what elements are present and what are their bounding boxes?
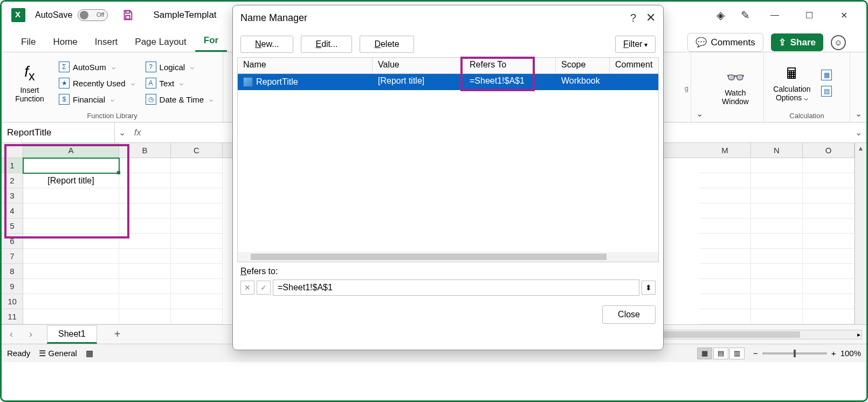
copilot-icon[interactable]: ◈ [714,9,726,21]
comments-button[interactable]: 💬 Comments [687,33,763,52]
row-header-10[interactable]: 10 [2,294,23,309]
status-macro-icon[interactable]: ▦ [86,349,93,358]
autosave-toggle[interactable]: Off [78,9,108,21]
status-ready: Ready [7,349,30,358]
zoom-control[interactable]: − + 100% [753,349,861,358]
calculation-options-button[interactable]: 🖩 Calculation Options ⌵ [770,56,814,111]
ai-icon[interactable]: ✎ [739,9,751,21]
cell-B1[interactable] [119,158,171,173]
col-header-O[interactable]: O [803,143,855,158]
zoom-slider[interactable] [762,352,827,355]
cell-A1[interactable] [23,158,119,173]
row-header-9[interactable]: 9 [2,279,23,294]
tab-insert[interactable]: Insert [86,32,127,52]
view-page-layout-button[interactable]: ▤ [713,348,728,359]
cancel-edit-button[interactable]: ✕ [240,281,254,295]
col-header-N[interactable]: N [751,143,803,158]
confirm-edit-button[interactable]: ✓ [257,281,271,295]
name-row-reporttitle[interactable]: ReportTitle [Report title] =Sheet1!$A$1 … [238,74,658,90]
insert-function-button[interactable]: fx Insert Function [8,56,51,111]
function-library-label: Function Library [8,111,216,121]
new-name-button[interactable]: New... [240,36,293,53]
row-header-8[interactable]: 8 [2,264,23,279]
name-box-dropdown[interactable]: ⌄ [115,127,129,138]
text-button[interactable]: AText [142,77,217,90]
calculator-icon: 🖩 [784,65,800,83]
col-header-M[interactable]: M [699,143,751,158]
row-header-1[interactable]: 1 [2,158,23,173]
add-sheet-button[interactable]: + [114,328,121,340]
minimize-button[interactable]: — [764,4,786,26]
svg-rect-0 [126,11,130,13]
share-button[interactable]: ⇪ Share [771,33,823,51]
fx-button[interactable]: fx [129,128,146,138]
col-header-refers[interactable]: Refers To [464,58,556,73]
row-header-4[interactable]: 4 [2,203,23,219]
zoom-out-button[interactable]: − [753,349,758,358]
names-list: Name Value Refers To Scope Comment Repor… [237,57,659,262]
sheet-tab-sheet1[interactable]: Sheet1 [47,325,97,344]
view-normal-button[interactable]: ▦ [697,348,712,359]
refers-to-input[interactable] [273,280,639,296]
view-page-break-button[interactable]: ▥ [729,348,745,359]
close-window-button[interactable]: ✕ [833,4,855,26]
row-header-3[interactable]: 3 [2,188,23,203]
dialog-close-x[interactable]: ✕ [646,11,656,25]
row-header-2[interactable]: 2 [2,173,23,188]
collapse-dialog-button[interactable]: ⬍ [642,281,656,295]
row-header-7[interactable]: 7 [2,249,23,264]
formula-bar-expand[interactable]: ⌄ [850,127,866,138]
cell-A2[interactable]: [Report title] [23,173,119,188]
logical-button[interactable]: ?Logical [142,60,217,73]
col-header-C[interactable]: C [171,143,223,158]
excel-app-icon [11,8,25,22]
col-header-name[interactable]: Name [238,58,373,73]
status-general: ☰ General [39,349,77,358]
edit-name-button[interactable]: Edit... [301,36,352,53]
sheet-nav-prev[interactable]: ‹ [2,329,21,340]
ribbon-options-1[interactable]: ⌄ [691,52,707,122]
col-header-B[interactable]: B [119,143,171,158]
save-icon[interactable] [122,9,134,21]
select-all-corner[interactable] [2,143,23,158]
close-button[interactable]: Close [602,305,656,324]
financial-button[interactable]: $Financial [56,93,138,106]
recently-used-button[interactable]: ★Recently Used [56,77,138,90]
dialog-horizontal-scrollbar[interactable] [238,252,658,262]
col-header-scope[interactable]: Scope [556,58,610,73]
refers-to-label: Refers to: [240,267,656,276]
row-header-11[interactable]: 11 [2,309,23,324]
name-box[interactable] [2,122,115,142]
row-header-5[interactable]: 5 [2,219,23,234]
zoom-in-button[interactable]: + [831,349,836,358]
financial-icon: $ [59,94,70,105]
tab-file[interactable]: File [12,32,44,52]
tab-home[interactable]: Home [44,32,86,52]
dialog-help-button[interactable]: ? [630,12,636,24]
sheet-nav-next[interactable]: › [21,329,40,340]
row-header-6[interactable]: 6 [2,234,23,249]
calc-now-button[interactable]: ▦ [818,69,835,81]
autosum-button[interactable]: ΣAutoSum [56,60,138,73]
watch-window-button[interactable]: 👓 Watch Window [714,56,757,119]
calc-sheet-icon: ▤ [821,86,832,97]
filter-button[interactable]: Filter [615,36,656,53]
feedback-icon[interactable]: ☺ [831,35,846,50]
autosave-label: AutoSave [35,10,72,20]
date-time-button[interactable]: ◷Date & Time [142,93,217,106]
zoom-level[interactable]: 100% [841,349,861,358]
col-header-comment[interactable]: Comment [610,58,658,73]
vertical-scrollbar[interactable]: ▲ [855,143,866,324]
comment-icon: 💬 [695,37,707,48]
calc-sheet-button[interactable]: ▤ [818,85,835,98]
col-header-A[interactable]: A [23,143,119,158]
dialog-title: Name Manager [240,12,630,24]
ribbon-collapse-button[interactable]: ⌄ [850,52,866,122]
cell-C1[interactable] [171,158,223,173]
tab-formulas[interactable]: For [195,31,227,52]
delete-name-button[interactable]: Delete [360,36,414,53]
maximize-button[interactable]: ☐ [798,4,820,26]
tab-page-layout[interactable]: Page Layout [126,32,195,52]
col-header-value[interactable]: Value [373,58,464,73]
document-title: SampleTemplat [153,10,216,21]
